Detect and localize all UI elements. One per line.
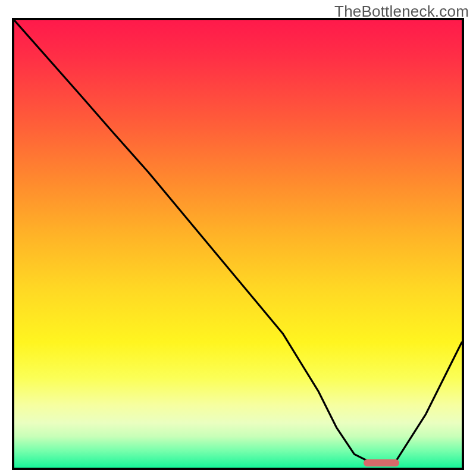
watermark-text: TheBottleneck.com <box>334 2 469 21</box>
optimal-marker <box>364 459 399 466</box>
plot-area <box>12 18 464 470</box>
chart-stage: TheBottleneck.com <box>0 0 476 476</box>
bottleneck-curve <box>14 20 462 468</box>
